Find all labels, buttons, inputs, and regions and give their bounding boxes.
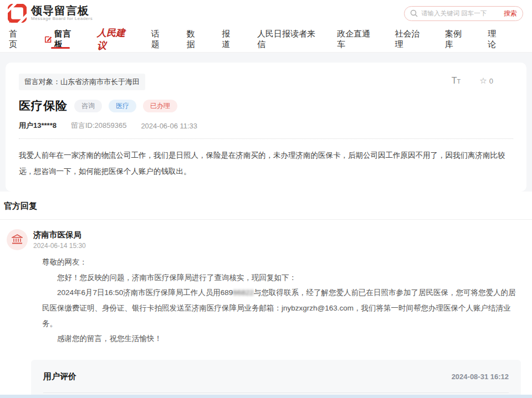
search-box[interactable]: 搜索 bbox=[404, 6, 523, 21]
pencil-edit-icon bbox=[44, 35, 52, 44]
reply-paragraph: 感谢您的留言，祝您生活愉快！ bbox=[42, 331, 518, 347]
user-evaluation-card: 用户评价 2024-08-31 16:12 满意 解决力度： ★★★★★ 沟通态… bbox=[31, 360, 521, 398]
search-icon bbox=[410, 9, 418, 17]
favorite-count: 0 bbox=[489, 77, 493, 85]
evaluation-date: 2024-08-31 16:12 bbox=[452, 373, 509, 381]
logo-subtitle: Message Board for Leaders bbox=[31, 17, 93, 21]
tag-badge-handled: 已办理 bbox=[143, 100, 177, 112]
nav-item-message-board[interactable]: 留言板 bbox=[44, 27, 76, 52]
divider bbox=[0, 219, 532, 220]
font-size-icon[interactable]: TT bbox=[452, 76, 461, 86]
agency-avatar bbox=[7, 229, 28, 250]
nav-item-case-library[interactable]: 案例库 bbox=[445, 27, 467, 52]
message-id: 留言ID:20859365 bbox=[71, 121, 126, 131]
message-card: 留言对象：山东省济南市市长于海田 TT ☆ 0 医疗保险 咨询 医疗 已办理 用… bbox=[6, 63, 526, 192]
favorite-button[interactable]: ☆ 0 bbox=[479, 76, 493, 86]
official-reply-section: 官方回复 济南市医保局 2024-06-14 15:30 尊敬的网友： 您好！您… bbox=[0, 192, 532, 398]
tag-badge-medical: 医疗 bbox=[109, 100, 136, 112]
agency-name: 济南市医保局 bbox=[33, 230, 86, 240]
reply-date: 2024-06-14 15:30 bbox=[33, 242, 86, 250]
reply-paragraph: 2024年6月7日16:50济南市医疗保障局工作人员用68966822与您取得联… bbox=[42, 285, 518, 331]
message-body: 我爱人前年在一家济南的物流公司工作，我们是日照人，保险是在济南买的，未办理济南的… bbox=[19, 147, 513, 179]
site-logo[interactable]: 领导留言板 Message Board for Leaders bbox=[8, 4, 93, 23]
message-user: 用户13****8 bbox=[19, 121, 57, 131]
logo-title: 领导留言板 bbox=[31, 5, 93, 17]
nav-item-social-governance[interactable]: 社会治理 bbox=[395, 27, 424, 52]
footer-strip bbox=[0, 395, 532, 398]
message-title: 医疗保险 bbox=[19, 98, 68, 113]
reply-paragraph: 尊敬的网友： bbox=[42, 255, 518, 270]
main-nav: 首页 留言板 人民建议 话题 数据 报道 人民日报读者来信 政企直通车 社会治理… bbox=[0, 27, 532, 53]
official-reply-heading: 官方回复 bbox=[0, 201, 532, 211]
star-outline-icon: ☆ bbox=[479, 76, 487, 86]
nav-item-gov-enterprise-express[interactable]: 政企直通车 bbox=[337, 27, 374, 52]
logo-icon bbox=[8, 4, 27, 23]
nav-item-reports[interactable]: 报道 bbox=[222, 27, 237, 52]
nav-item-peoples-suggestions[interactable]: 人民建议 bbox=[97, 27, 131, 52]
reply-body: 尊敬的网友： 您好！您反映的问题，济南市医疗保障局进行了查询核实，现回复如下： … bbox=[42, 255, 518, 347]
reply-paragraph: 您好！您反映的问题，济南市医疗保障局进行了查询核实，现回复如下： bbox=[42, 270, 518, 286]
message-date: 2024-06-06 11:33 bbox=[141, 122, 197, 130]
government-building-icon bbox=[12, 234, 23, 245]
search-button[interactable]: 搜索 bbox=[504, 9, 517, 18]
nav-item-theory[interactable]: 理论 bbox=[488, 27, 503, 52]
nav-item-data[interactable]: 数据 bbox=[186, 27, 201, 52]
message-card-wrapper: 留言对象：山东省济南市市长于海田 TT ☆ 0 医疗保险 咨询 医疗 已办理 用… bbox=[0, 53, 532, 192]
site-header: 领导留言板 Message Board for Leaders 搜索 bbox=[0, 0, 532, 27]
evaluation-title: 用户评价 bbox=[43, 371, 76, 382]
tag-badge-consult: 咨询 bbox=[74, 100, 102, 112]
nav-item-readers-letters[interactable]: 人民日报读者来信 bbox=[257, 27, 316, 52]
search-input[interactable] bbox=[421, 10, 504, 17]
nav-item-home[interactable]: 首页 bbox=[9, 27, 24, 52]
nav-item-topics[interactable]: 话题 bbox=[151, 27, 166, 52]
message-target-chip: 留言对象：山东省济南市市长于海田 bbox=[19, 74, 145, 90]
redacted-phone-number: 66822 bbox=[233, 288, 254, 297]
divider bbox=[43, 392, 509, 393]
